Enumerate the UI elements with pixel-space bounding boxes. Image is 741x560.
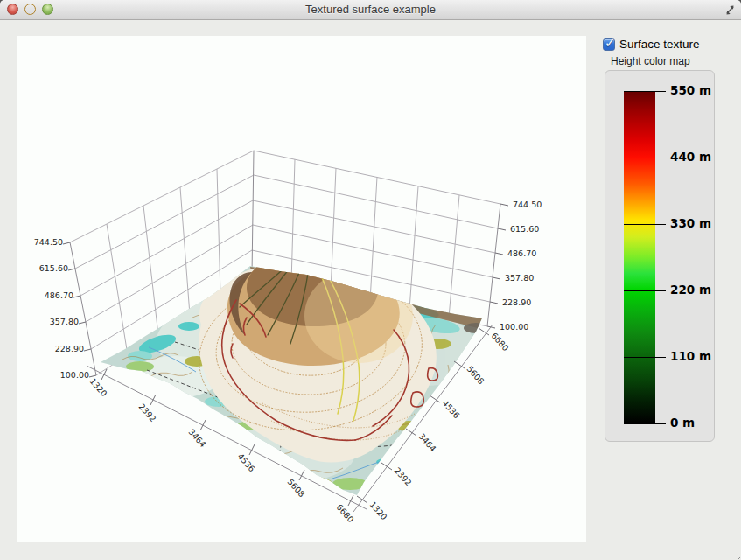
legend-tick-label: 220 m [670,283,711,297]
legend-tick-line [624,158,666,158]
svg-text:486.70: 486.70 [45,290,73,300]
legend-tick-line [624,224,666,225]
surface-texture-label: Surface texture [619,38,700,51]
svg-text:615.60: 615.60 [39,263,68,273]
svg-text:4536: 4536 [235,452,256,473]
svg-text:615.60: 615.60 [510,224,539,234]
fullscreen-arrows-icon [721,3,738,18]
svg-text:486.70: 486.70 [507,248,536,258]
legend-tick-line [624,424,666,424]
svg-text:744.50: 744.50 [513,200,542,209]
window-title: Textured surface example [0,3,741,16]
legend-tick-line [624,91,666,92]
height-axis-labels-left: 744.50 615.60 486.70 357.80 228.90 100.0… [34,237,89,380]
svg-text:6680: 6680 [489,331,510,353]
surface-3d-canvas[interactable]: 744.50 615.60 486.70 357.80 228.90 100.0… [17,36,586,542]
height-colormap-legend: 550 m 440 m 330 m 220 m 110 m 0 m [605,70,715,442]
svg-text:100.00: 100.00 [60,370,89,380]
terrain-surface [70,238,507,508]
svg-text:100.00: 100.00 [500,322,528,332]
svg-text:228.90: 228.90 [502,298,531,307]
fullscreen-button[interactable] [721,3,738,18]
resize-grip-icon [732,555,741,560]
svg-text:5608: 5608 [285,477,306,499]
height-gradient-bar [624,91,655,423]
svg-text:4536: 4536 [440,398,461,420]
svg-text:228.90: 228.90 [55,344,84,354]
legend-tick-label: 550 m [670,83,711,97]
svg-text:5608: 5608 [465,364,486,386]
legend-tick-label: 0 m [670,416,695,430]
resize-grip[interactable] [732,551,741,560]
svg-text:6680: 6680 [334,502,355,524]
legend-tick-label: 330 m [670,216,711,230]
height-axis-labels-right: 744.50 615.60 486.70 357.80 228.90 100.0… [500,200,542,332]
svg-text:1320: 1320 [87,376,108,398]
legend-tick-label: 440 m [670,150,711,164]
legend-tick-label: 110 m [670,349,711,363]
svg-text:2392: 2392 [392,466,413,487]
svg-text:744.50: 744.50 [34,237,63,247]
svg-text:3464: 3464 [186,427,207,449]
svg-text:357.80: 357.80 [50,317,79,326]
svg-text:357.80: 357.80 [505,273,534,283]
svg-text:3464: 3464 [416,431,437,453]
app-window: Textured surface example [0,0,741,560]
colormap-title: Height color map [611,55,690,67]
checkmark-icon: ✓ [605,35,616,51]
title-bar[interactable]: Textured surface example [0,0,741,20]
legend-tick-line [624,357,666,358]
svg-text:2392: 2392 [136,402,157,424]
legend-tick-line [624,290,666,291]
surface-texture-checkbox[interactable]: ✓ [603,38,615,51]
svg-text:1320: 1320 [367,500,388,522]
